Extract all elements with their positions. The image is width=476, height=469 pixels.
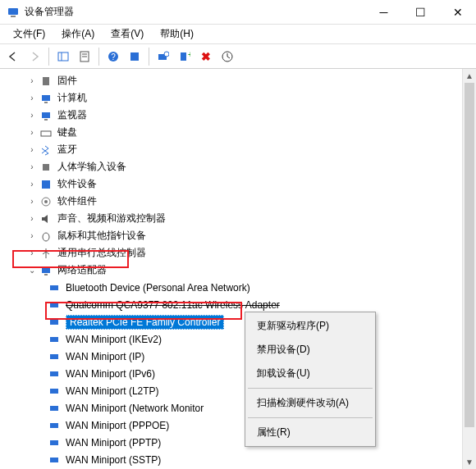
tree-node-bt-pan[interactable]: Bluetooth Device (Personal Area Network): [7, 279, 476, 296]
tree-node-wan-sstp[interactable]: WAN Miniport (SSTP): [7, 451, 476, 468]
tree-node-qca-wifi[interactable]: Qualcomm QCA9377 802.11ac Wireless Adapt…: [7, 296, 476, 313]
svg-rect-35: [50, 406, 58, 411]
tree-node-wan-ikev2[interactable]: WAN Miniport (IKEv2): [7, 330, 476, 348]
tree-label: 监视器: [57, 108, 87, 122]
tree-label: 网络适配器: [57, 263, 107, 277]
action-button[interactable]: [125, 47, 144, 66]
caret-right-icon[interactable]: ›: [26, 248, 38, 259]
tree-node-hid[interactable]: › 人体学输入设备: [7, 158, 476, 175]
caret-right-icon[interactable]: ›: [26, 75, 38, 87]
context-separator: [248, 417, 373, 418]
properties-button[interactable]: [75, 47, 94, 66]
caret-right-icon[interactable]: ›: [26, 162, 38, 173]
tree-node-network-adapters[interactable]: ⌄ 网络适配器: [7, 262, 476, 279]
tree-node-monitor[interactable]: › 监视器: [7, 107, 476, 124]
menu-file[interactable]: 文件(F): [5, 25, 53, 43]
remove-device-button[interactable]: ✖: [196, 47, 216, 66]
tree-label: WAN Miniport (IPv6): [66, 368, 155, 380]
menu-action[interactable]: 操作(A): [53, 25, 103, 43]
context-separator: [248, 388, 373, 389]
svg-text:+: +: [188, 51, 190, 59]
svg-rect-38: [50, 458, 58, 462]
tree-node-wan-l2tp[interactable]: WAN Miniport (L2TP): [7, 382, 476, 399]
remove-icon: ✖: [201, 50, 211, 63]
caret-right-icon[interactable]: ›: [26, 144, 38, 156]
tree-node-usb[interactable]: › 通用串行总线控制器: [7, 244, 476, 262]
network-adapter-icon: [48, 350, 61, 363]
tree-label: 声音、视频和游戏控制器: [57, 212, 166, 225]
tree-node-wan-ip[interactable]: WAN Miniport (IP): [7, 348, 476, 365]
caret-right-icon[interactable]: ›: [26, 127, 38, 139]
network-adapter-icon: [48, 436, 61, 449]
device-tree[interactable]: › 固件 › 计算机 › 监视器 › 键盘 › 蓝牙 › 人体学输入设备: [0, 69, 476, 469]
vertical-scrollbar[interactable]: ▲ ▼: [462, 69, 476, 469]
close-button[interactable]: ✕: [439, 0, 476, 25]
forward-button[interactable]: [25, 47, 44, 66]
caret-right-icon[interactable]: ›: [26, 179, 38, 190]
caret-right-icon[interactable]: ›: [26, 196, 38, 207]
svg-rect-33: [50, 371, 58, 376]
tree-node-wan-pppoe[interactable]: WAN Miniport (PPPOE): [7, 417, 476, 434]
tree-node-realtek-pcie[interactable]: Realtek PCIe FE Family Controller: [7, 313, 476, 330]
svg-point-11: [164, 52, 169, 57]
context-disable-device[interactable]: 禁用设备(D): [247, 338, 373, 362]
caret-right-icon[interactable]: ›: [26, 93, 38, 104]
tree-node-firmware[interactable]: › 固件: [7, 72, 476, 89]
software-components-icon: [39, 195, 53, 208]
tree-label: WAN Miniport (L2TP): [66, 385, 159, 397]
tree-node-computer[interactable]: › 计算机: [7, 89, 476, 107]
context-uninstall-device[interactable]: 卸载设备(U): [247, 362, 373, 385]
svg-text:?: ?: [111, 52, 116, 61]
caret-right-icon[interactable]: ›: [26, 230, 38, 242]
menubar: 文件(F) 操作(A) 查看(V) 帮助(H): [0, 25, 476, 44]
svg-rect-30: [50, 320, 58, 325]
tree-node-wan-netmon[interactable]: WAN Miniport (Network Monitor: [7, 399, 476, 417]
svg-rect-36: [50, 423, 58, 428]
scroll-thumb[interactable]: [465, 83, 474, 427]
context-scan-hardware[interactable]: 扫描检测硬件改动(A): [247, 391, 373, 415]
tree-node-wan-pptp[interactable]: WAN Miniport (PPTP): [7, 434, 476, 451]
svg-rect-22: [42, 180, 50, 189]
svg-rect-16: [42, 95, 50, 101]
menu-view[interactable]: 查看(V): [103, 25, 152, 43]
scan-hardware-button[interactable]: [153, 47, 173, 66]
tree-node-software-devices[interactable]: › 软件设备: [7, 175, 476, 193]
context-properties[interactable]: 属性(R): [247, 421, 373, 444]
window-controls: ─ ☐ ✕: [365, 0, 476, 25]
context-update-driver[interactable]: 更新驱动程序(P): [247, 314, 373, 338]
tree-label: Realtek PCIe FE Family Controller: [66, 315, 224, 330]
tree-node-mouse[interactable]: › 鼠标和其他指针设备: [7, 227, 476, 244]
network-adapter-icon: [48, 385, 61, 398]
svg-rect-17: [44, 102, 48, 103]
tree-node-sound[interactable]: › 声音、视频和游戏控制器: [7, 210, 476, 227]
usb-icon: [39, 247, 53, 260]
tree-label: 蓝牙: [57, 143, 77, 157]
network-adapter-icon: [39, 264, 53, 277]
scroll-up-button[interactable]: ▲: [463, 69, 476, 83]
scroll-down-button[interactable]: ▼: [463, 455, 476, 469]
menu-help[interactable]: 帮助(H): [152, 25, 202, 43]
tree-node-bluetooth[interactable]: › 蓝牙: [7, 141, 476, 158]
tree-node-software-components[interactable]: › 软件组件: [7, 193, 476, 210]
help-button[interactable]: ?: [103, 47, 123, 66]
svg-rect-28: [50, 285, 58, 290]
svg-point-25: [43, 233, 49, 241]
svg-rect-12: [181, 52, 186, 61]
update-driver-button[interactable]: [217, 47, 237, 66]
caret-right-icon[interactable]: ›: [26, 213, 38, 225]
show-hide-tree-button[interactable]: [53, 47, 73, 66]
tree-node-keyboard[interactable]: › 键盘: [7, 124, 476, 141]
firmware-icon: [39, 75, 53, 88]
tree-label: 软件设备: [57, 177, 97, 191]
minimize-button[interactable]: ─: [365, 0, 402, 25]
svg-rect-20: [41, 131, 51, 136]
caret-right-icon[interactable]: ›: [26, 110, 38, 121]
maximize-button[interactable]: ☐: [402, 0, 439, 25]
svg-rect-15: [43, 77, 49, 85]
add-hardware-button[interactable]: +: [175, 47, 195, 66]
caret-down-icon[interactable]: ⌄: [26, 265, 38, 276]
back-button[interactable]: [3, 47, 23, 66]
toolbar: ? + ✖: [0, 44, 476, 69]
tree-node-wan-ipv6[interactable]: WAN Miniport (IPv6): [7, 365, 476, 382]
titlebar: 设备管理器 ─ ☐ ✕: [0, 0, 476, 25]
